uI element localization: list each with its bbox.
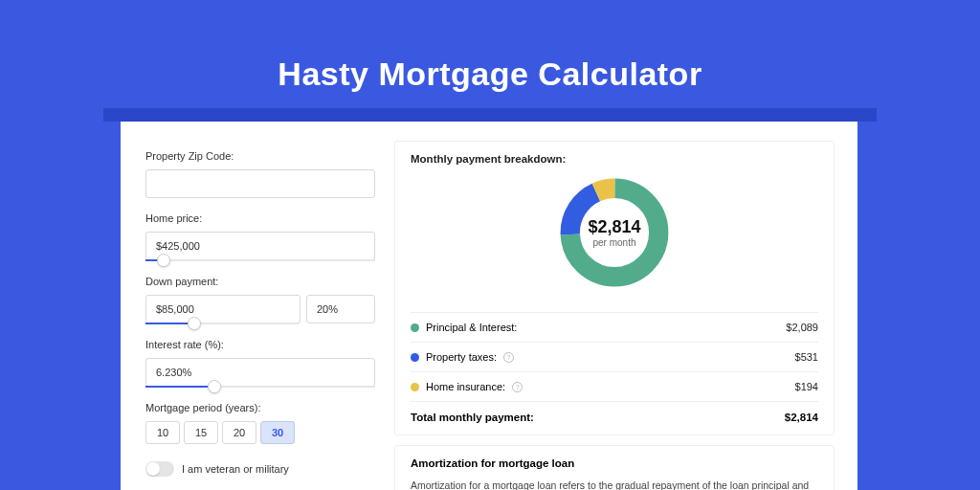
breakdown-value-principal: $2,089 <box>786 322 818 333</box>
breakdown-value-taxes: $531 <box>795 351 818 363</box>
breakdown-total-label: Total monthly payment: <box>411 412 534 423</box>
home-price-slider[interactable] <box>145 259 375 261</box>
breakdown-panel: Monthly payment breakdown: $2,814 per mo… <box>394 141 835 435</box>
input-panel: Property Zip Code: Home price: Down paym… <box>145 150 375 477</box>
period-option-30[interactable]: 30 <box>260 421 295 444</box>
home-price-row: Home price: <box>145 212 375 261</box>
amortization-text: Amortization for a mortgage loan refers … <box>411 479 818 490</box>
info-icon[interactable]: ? <box>512 382 523 392</box>
zip-input[interactable] <box>145 169 375 198</box>
home-price-input[interactable] <box>145 232 375 260</box>
donut-chart: $2,814 per month <box>556 174 673 291</box>
interest-row: Interest rate (%): <box>145 339 375 388</box>
period-options: 10 15 20 30 <box>145 421 375 444</box>
interest-slider-thumb[interactable] <box>208 380 221 393</box>
results-panel: Monthly payment breakdown: $2,814 per mo… <box>394 141 835 490</box>
donut-center: $2,814 per month <box>556 174 673 291</box>
interest-slider-fill <box>145 386 214 388</box>
dot-insurance-icon <box>411 383 419 391</box>
calculator-card: Property Zip Code: Home price: Down paym… <box>121 122 858 490</box>
veteran-label: I am veteran or military <box>182 463 289 475</box>
veteran-toggle-knob <box>146 462 160 476</box>
donut-chart-wrap: $2,814 per month <box>411 174 818 295</box>
card-top-accent <box>103 108 877 122</box>
dot-principal-icon <box>411 323 419 332</box>
breakdown-line-taxes: Property taxes: ? $531 <box>411 342 818 371</box>
breakdown-label-insurance: Home insurance: <box>426 381 505 392</box>
breakdown-label-taxes: Property taxes: <box>426 351 497 363</box>
breakdown-line-insurance: Home insurance: ? $194 <box>411 371 818 401</box>
veteran-toggle[interactable] <box>145 461 174 477</box>
amortization-panel: Amortization for mortgage loan Amortizat… <box>394 445 835 490</box>
interest-input[interactable] <box>145 358 375 387</box>
breakdown-line-principal: Principal & Interest: $2,089 <box>411 312 818 342</box>
down-payment-slider[interactable] <box>145 323 299 324</box>
period-option-10[interactable]: 10 <box>145 421 180 444</box>
breakdown-title: Monthly payment breakdown: <box>411 153 818 165</box>
page-title: Hasty Mortgage Calculator <box>0 0 980 93</box>
down-payment-amount-input[interactable] <box>145 295 301 323</box>
breakdown-total-row: Total monthly payment: $2,814 <box>411 401 818 423</box>
donut-total-value: $2,814 <box>588 217 640 237</box>
veteran-row: I am veteran or military <box>145 461 375 477</box>
period-option-15[interactable]: 15 <box>184 421 218 444</box>
down-payment-percent-input[interactable] <box>306 295 375 323</box>
period-label: Mortgage period (years): <box>145 402 375 413</box>
breakdown-label-principal: Principal & Interest: <box>426 322 517 333</box>
period-option-20[interactable]: 20 <box>222 421 256 444</box>
down-payment-slider-thumb[interactable] <box>188 317 201 330</box>
zip-label: Property Zip Code: <box>145 150 375 162</box>
down-payment-row: Down payment: <box>145 276 375 324</box>
period-row: Mortgage period (years): 10 15 20 30 <box>145 402 375 444</box>
page-background: Hasty Mortgage Calculator Property Zip C… <box>0 0 980 490</box>
breakdown-total-value: $2,814 <box>785 412 818 423</box>
dot-taxes-icon <box>411 353 419 362</box>
info-icon[interactable]: ? <box>503 352 514 363</box>
home-price-label: Home price: <box>145 212 375 224</box>
home-price-slider-thumb[interactable] <box>157 254 170 267</box>
interest-slider[interactable] <box>145 386 375 388</box>
donut-total-sub: per month <box>592 237 635 248</box>
breakdown-value-insurance: $194 <box>795 381 818 392</box>
interest-label: Interest rate (%): <box>145 339 375 350</box>
down-payment-label: Down payment: <box>145 276 375 287</box>
zip-row: Property Zip Code: <box>145 150 375 198</box>
amortization-title: Amortization for mortgage loan <box>411 457 818 469</box>
